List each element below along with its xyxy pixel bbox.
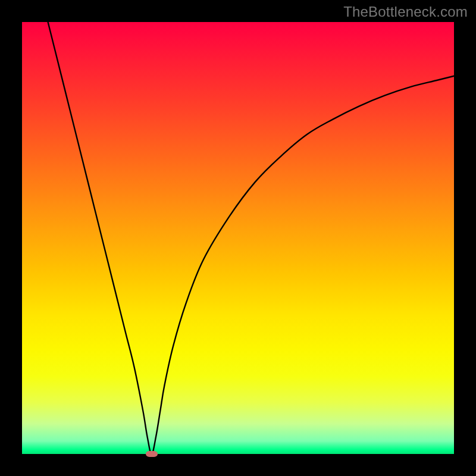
optimum-marker: [146, 451, 158, 457]
bottleneck-curve: [22, 22, 454, 454]
watermark-text: TheBottleneck.com: [343, 4, 468, 20]
plot-area: [22, 22, 454, 454]
curve-path: [48, 22, 454, 454]
chart-frame: TheBottleneck.com: [0, 0, 476, 476]
